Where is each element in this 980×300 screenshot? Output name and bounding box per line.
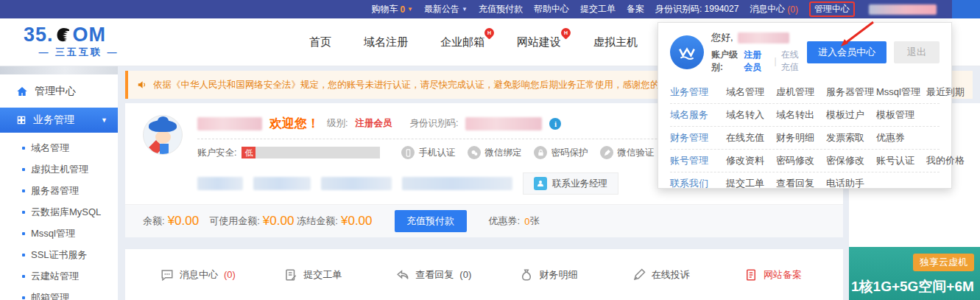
phone-verify-link[interactable]: 手机认证 — [401, 146, 455, 159]
menu-link[interactable]: 账号认证 — [876, 154, 926, 167]
topbar-announcements-link[interactable]: 最新公告 ▼ — [424, 3, 468, 15]
sidebar: 管理中心 业务管理 ▼ 域名管理 虚拟主机管理 服务器管理 云数据库MySQL … — [0, 66, 118, 300]
sidebar-item-mysql[interactable]: 云数据库MySQL — [0, 201, 118, 223]
topbar-recharge-link[interactable]: 充值预付款 — [479, 3, 523, 15]
sidebar-item-server-mgmt[interactable]: 服务器管理 — [0, 180, 118, 201]
bullet-icon — [22, 147, 25, 150]
logo-text-prefix: 35. — [24, 25, 54, 45]
notice-text: 依据《中华人民共和国网络安全法》规定，您的账号未进行认证，请尽快完成认证，避免影… — [153, 79, 715, 91]
menu-link[interactable]: 密码修改 — [776, 154, 826, 167]
topbar-ticket-link[interactable]: 提交工单 — [580, 3, 616, 15]
topbar-admin-center-link[interactable]: 管理中心 — [809, 1, 855, 17]
menu-link[interactable]: 提交工单 — [726, 177, 776, 190]
password-protect-link[interactable]: 密码保护 — [534, 146, 588, 159]
logout-button[interactable]: 退出 — [894, 41, 940, 63]
quick-finance-detail[interactable]: 财务明细 — [520, 268, 583, 282]
menu-row-business: 业务管理 域名管理 虚机管理 服务器管理 Mssql管理 最近到期 — [670, 80, 940, 103]
menu-link[interactable]: 模板管理 — [876, 108, 926, 122]
topbar-cart-link[interactable]: 购物车 0 ▼ — [371, 3, 413, 15]
bullet-icon — [22, 275, 25, 278]
user-welcome-row: 欢迎您！ 级别: 注册会员 身份识别码: i — [197, 115, 561, 132]
menu-category: 业务管理 — [670, 86, 726, 99]
menu-link[interactable]: 最近到期 — [926, 86, 976, 99]
coupon-unit: 张 — [529, 214, 539, 228]
sidebar-item-mailbox[interactable]: 邮箱管理 — [0, 287, 118, 300]
ticket-icon — [284, 268, 297, 282]
menu-link[interactable]: Mssql管理 — [876, 86, 926, 99]
menu-link[interactable]: 修改资料 — [726, 154, 776, 167]
logo[interactable]: 35. OM — 三五互联 — — [24, 25, 149, 59]
company-avatar — [670, 35, 704, 69]
quick-website-beian[interactable]: 网站备案 — [744, 268, 808, 282]
menu-link[interactable]: 模板过户 — [826, 108, 876, 122]
menu-category: 账号管理 — [670, 154, 726, 167]
chevron-down-icon: ▼ — [462, 6, 468, 13]
speaker-icon — [137, 80, 147, 90]
topbar-beian-link[interactable]: 备案 — [627, 3, 644, 15]
sidebar-item-cloud-site[interactable]: 云建站管理 — [0, 265, 118, 287]
menu-row-domain: 域名服务 域名转入 域名转出 模板过户 模板管理 — [670, 103, 940, 126]
home-icon — [16, 86, 28, 97]
nav-website-builder[interactable]: 网站建设 H — [517, 35, 561, 49]
bullet-icon — [22, 232, 25, 235]
menu-link[interactable]: 查看回复 — [776, 177, 826, 190]
menu-link[interactable]: 域名转出 — [776, 108, 826, 122]
topbar-message-center-link[interactable]: 消息中心 (0) — [750, 3, 798, 15]
menu-link[interactable]: 电话助手 — [826, 177, 876, 190]
promo-banner[interactable]: 独享云虚机 1核1G+5G空间+6M — [849, 247, 980, 300]
balance-strip: 余额: ¥0.00 可使用金额: ¥0.00 冻结金额: ¥0.00 充值预付款… — [125, 204, 843, 237]
dragon-logo-icon — [54, 27, 72, 44]
nav-home[interactable]: 首页 — [309, 35, 331, 49]
promo-badge: 独享云虚机 — [913, 254, 974, 271]
menu-row-contact: 联系我们 提交工单 查看回复 电话助手 — [670, 172, 940, 195]
nav-enterprise-mail[interactable]: 企业邮箱 H — [440, 35, 484, 49]
quick-online-complaint[interactable]: 在线投诉 — [632, 268, 696, 282]
quick-message-center[interactable]: 消息中心(0) — [161, 268, 236, 282]
nav-virtual-host[interactable]: 虚拟主机 — [593, 35, 638, 49]
redacted-id-code — [465, 117, 542, 130]
menu-link[interactable]: 服务器管理 — [826, 86, 876, 99]
menu-link[interactable]: 在线充值 — [726, 131, 776, 144]
account-level-label: 账户级别: — [711, 49, 739, 74]
sidebar-item-admin-center[interactable]: 管理中心 — [0, 74, 118, 108]
menu-link[interactable]: 域名管理 — [726, 86, 776, 99]
topbar-help-link[interactable]: 帮助中心 — [534, 3, 569, 15]
sidebar-item-vhost-mgmt[interactable]: 虚拟主机管理 — [0, 158, 118, 180]
menu-link[interactable]: 优惠券 — [876, 131, 926, 144]
balance-value: ¥0.00 — [168, 214, 200, 229]
coupon-count: 0 — [524, 216, 529, 227]
redacted-contact — [321, 177, 392, 190]
info-icon[interactable]: i — [549, 118, 561, 130]
sidebar-item-mssql[interactable]: Mssql管理 — [0, 223, 118, 244]
wechat-bind-link[interactable]: 微信绑定 — [468, 146, 521, 159]
sidebar-section-label: 业务管理 — [33, 114, 74, 127]
bullet-icon — [22, 254, 25, 257]
nav-domain-register[interactable]: 域名注册 — [364, 35, 408, 49]
menu-link[interactable]: 域名转入 — [726, 108, 776, 122]
menu-link[interactable]: 发票索取 — [826, 131, 876, 144]
wechat-icon — [468, 146, 481, 159]
menu-category: 域名服务 — [670, 108, 726, 122]
sidebar-submenu: 域名管理 虚拟主机管理 服务器管理 云数据库MySQL Mssql管理 SSL证… — [0, 133, 118, 300]
recharge-button[interactable]: 充值预付款 — [395, 210, 467, 232]
quick-view-replies[interactable]: 查看回复(0) — [396, 268, 471, 282]
enter-member-center-button[interactable]: 进入会员中心 — [807, 41, 886, 63]
sidebar-item-business-mgmt[interactable]: 业务管理 ▼ — [0, 108, 118, 133]
hot-badge-icon: H — [559, 26, 572, 39]
online-recharge-link[interactable]: 在线充值 — [781, 49, 807, 74]
account-level-value: 注册会员 — [744, 49, 769, 74]
wechat-verify-link[interactable]: 微信验证 — [600, 146, 654, 159]
quick-submit-ticket[interactable]: 提交工单 — [284, 268, 348, 282]
reply-arrow-icon — [396, 268, 409, 282]
sidebar-item-ssl[interactable]: SSL证书服务 — [0, 244, 118, 265]
contact-manager-button[interactable]: 联系业务经理 — [523, 172, 618, 195]
menu-link[interactable]: 财务明细 — [776, 131, 826, 144]
bullet-icon — [22, 296, 25, 299]
menu-link[interactable]: 密保修改 — [826, 154, 876, 167]
chevron-down-icon: ▼ — [101, 116, 107, 124]
dropdown-menu: 业务管理 域名管理 虚机管理 服务器管理 Mssql管理 最近到期 域名服务 域… — [670, 80, 940, 195]
sidebar-item-domain-mgmt[interactable]: 域名管理 — [0, 137, 118, 158]
menu-link[interactable]: 虚机管理 — [776, 86, 826, 99]
menu-category: 财务管理 — [670, 131, 726, 144]
menu-link[interactable]: 我的价格 — [926, 154, 976, 167]
